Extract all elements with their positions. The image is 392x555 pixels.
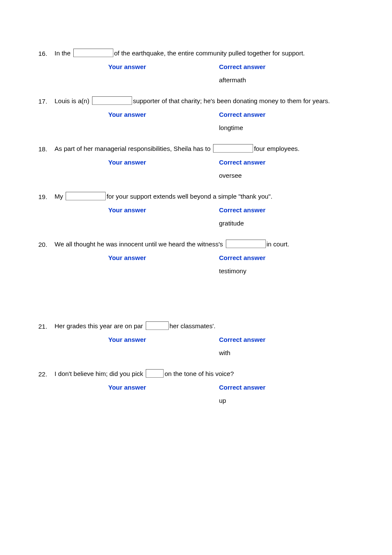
your-answer-header: Your answer — [108, 159, 219, 166]
your-answer-header: Your answer — [108, 384, 219, 391]
correct-answer-column: Correct answeroversee — [219, 159, 330, 179]
quiz-container: 16.In the of the earthquake, the entire … — [38, 47, 362, 408]
question-block: 21.Her grades this year are on par her c… — [38, 320, 362, 360]
answer-row: Your answerCorrect answertestimony — [55, 254, 362, 275]
question-text: Louis is a(n) supporter of that charity;… — [55, 95, 362, 107]
your-answer-header: Your answer — [108, 336, 219, 343]
your-answer-header: Your answer — [108, 206, 219, 214]
question-content: I don't believe him; did you pick on the… — [55, 367, 362, 408]
answer-row: Your answerCorrect answeroversee — [55, 159, 362, 179]
question-row: 20.We all thought he was innocent until … — [38, 238, 362, 278]
question-text-post: in court. — [267, 240, 289, 248]
correct-answer-value: oversee — [219, 172, 330, 179]
correct-answer-value: longtime — [219, 124, 330, 131]
question-text-pre: My — [55, 193, 65, 200]
question-text-pre: Louis is a(n) — [55, 97, 91, 104]
correct-answer-column: Correct answerup — [219, 384, 330, 404]
question-row: 17.Louis is a(n) supporter of that chari… — [38, 95, 362, 135]
correct-answer-header: Correct answer — [219, 336, 330, 343]
question-text-post: for your support extends well beyond a s… — [107, 193, 272, 200]
question-row: 21.Her grades this year are on par her c… — [38, 320, 362, 360]
answer-row: Your answerCorrect answergratitude — [55, 206, 362, 227]
question-number: 20. — [38, 238, 55, 248]
answer-row: Your answerCorrect answerlongtime — [55, 111, 362, 131]
correct-answer-column: Correct answertestimony — [219, 254, 330, 275]
question-text: We all thought he was innocent until we … — [55, 238, 362, 251]
question-text-pre: I don't believe him; did you pick — [55, 370, 145, 377]
question-row: 18.As part of her managerial responsibil… — [38, 142, 362, 182]
correct-answer-header: Correct answer — [219, 254, 330, 261]
question-row: 19.My for your support extends well beyo… — [38, 190, 362, 230]
question-text: I don't believe him; did you pick on the… — [55, 367, 362, 380]
answer-row: Your answerCorrect answeraftermath — [55, 63, 362, 84]
correct-answer-column: Correct answerwith — [219, 336, 330, 356]
question-number: 22. — [38, 367, 55, 378]
correct-answer-column: Correct answerlongtime — [219, 111, 330, 131]
question-block: 19.My for your support extends well beyo… — [38, 190, 362, 230]
answer-input[interactable] — [66, 192, 106, 200]
question-text-pre: Her grades this year are on par — [55, 322, 145, 330]
correct-answer-header: Correct answer — [219, 206, 330, 214]
answer-row: Your answerCorrect answerwith — [55, 336, 362, 356]
correct-answer-column: Correct answeraftermath — [219, 63, 330, 84]
correct-answer-column: Correct answergratitude — [219, 206, 330, 227]
question-block: 20.We all thought he was innocent until … — [38, 238, 362, 278]
question-text: My for your support extends well beyond … — [55, 190, 362, 203]
your-answer-header: Your answer — [108, 254, 219, 261]
question-content: My for your support extends well beyond … — [55, 190, 362, 230]
question-text-pre: In the — [55, 49, 72, 57]
your-answer-column: Your answer — [108, 336, 219, 356]
question-text-post: four employees. — [254, 145, 300, 152]
question-content: As part of her managerial responsibiliti… — [55, 142, 362, 182]
question-block: 16.In the of the earthquake, the entire … — [38, 47, 362, 87]
answer-input[interactable] — [226, 240, 266, 248]
your-answer-column: Your answer — [108, 384, 219, 404]
correct-answer-header: Correct answer — [219, 111, 330, 118]
question-number: 19. — [38, 190, 55, 200]
your-answer-column: Your answer — [108, 159, 219, 179]
correct-answer-value: gratitude — [219, 220, 330, 227]
answer-input[interactable] — [146, 321, 169, 330]
your-answer-header: Your answer — [108, 63, 219, 70]
question-number: 16. — [38, 47, 55, 57]
correct-answer-value: aftermath — [219, 76, 330, 84]
question-block: 22.I don't believe him; did you pick on … — [38, 367, 362, 408]
answer-input[interactable] — [73, 49, 113, 57]
question-content: Her grades this year are on par her clas… — [55, 320, 362, 360]
question-content: Louis is a(n) supporter of that charity;… — [55, 95, 362, 135]
question-text-post: her classmates'. — [170, 322, 216, 330]
question-text-pre: We all thought he was innocent until we … — [55, 240, 225, 248]
question-text: Her grades this year are on par her clas… — [55, 320, 362, 332]
answer-input[interactable] — [213, 144, 253, 153]
your-answer-column: Your answer — [108, 254, 219, 275]
question-row: 22.I don't believe him; did you pick on … — [38, 367, 362, 408]
question-content: In the of the earthquake, the entire com… — [55, 47, 362, 87]
question-content: We all thought he was innocent until we … — [55, 238, 362, 278]
answer-row: Your answerCorrect answerup — [55, 384, 362, 404]
correct-answer-value: testimony — [219, 267, 330, 275]
question-block: 18.As part of her managerial responsibil… — [38, 142, 362, 182]
section-gap — [38, 286, 362, 320]
answer-input[interactable] — [146, 369, 164, 378]
question-text: As part of her managerial responsibiliti… — [55, 142, 362, 155]
your-answer-column: Your answer — [108, 111, 219, 131]
question-row: 16.In the of the earthquake, the entire … — [38, 47, 362, 87]
your-answer-header: Your answer — [108, 111, 219, 118]
correct-answer-value: with — [219, 349, 330, 356]
question-text: In the of the earthquake, the entire com… — [55, 47, 362, 60]
correct-answer-value: up — [219, 397, 330, 404]
correct-answer-header: Correct answer — [219, 384, 330, 391]
question-text-post: supporter of that charity; he's been don… — [133, 97, 330, 104]
question-number: 18. — [38, 142, 55, 153]
answer-input[interactable] — [92, 96, 132, 105]
question-number: 17. — [38, 95, 55, 105]
question-text-pre: As part of her managerial responsibiliti… — [55, 145, 212, 152]
your-answer-column: Your answer — [108, 206, 219, 227]
correct-answer-header: Correct answer — [219, 159, 330, 166]
question-number: 21. — [38, 320, 55, 330]
question-text-post: of the earthquake, the entire community … — [114, 49, 305, 57]
question-block: 17.Louis is a(n) supporter of that chari… — [38, 95, 362, 135]
question-text-post: on the tone of his voice? — [164, 370, 234, 377]
your-answer-column: Your answer — [108, 63, 219, 84]
correct-answer-header: Correct answer — [219, 63, 330, 70]
